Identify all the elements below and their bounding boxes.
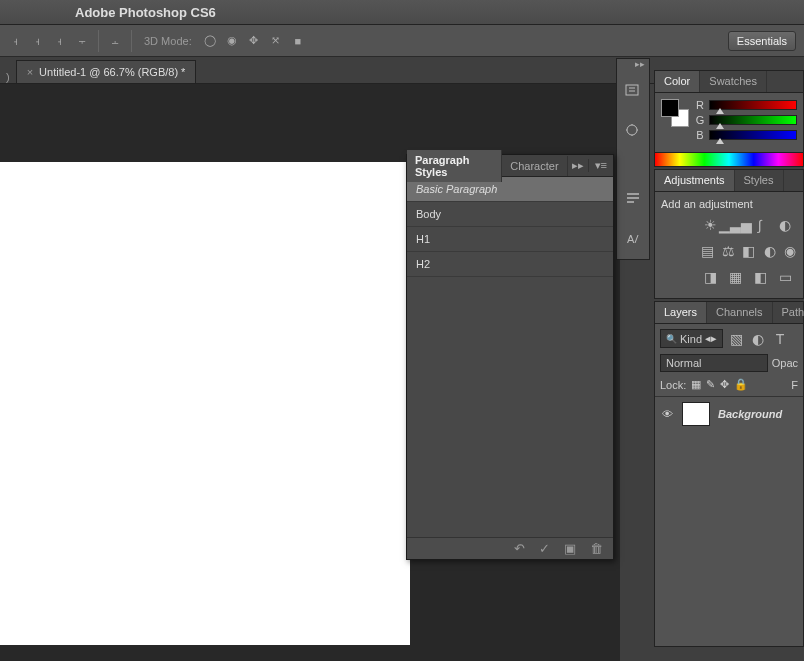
visibility-toggle-icon[interactable]: 👁 xyxy=(660,408,674,420)
svg-point-1 xyxy=(627,125,637,135)
tab-styles[interactable]: Styles xyxy=(735,170,784,191)
fg-bg-swatch[interactable] xyxy=(661,99,689,127)
layer-name[interactable]: Background xyxy=(718,408,782,420)
lock-label: Lock: xyxy=(660,379,686,391)
color-panel: Color Swatches R G B xyxy=(654,70,804,167)
document-canvas[interactable] xyxy=(0,162,410,645)
fill-label: F xyxy=(791,379,798,391)
tab-paths[interactable]: Paths xyxy=(773,302,804,323)
add-adjustment-label: Add an adjustment xyxy=(661,198,797,210)
document-tab-title: Untitled-1 @ 66.7% (RGB/8) * xyxy=(39,66,185,78)
svg-text:A: A xyxy=(627,233,635,245)
separator xyxy=(98,30,99,52)
separator xyxy=(131,30,132,52)
redefine-style-icon[interactable]: ✓ xyxy=(539,541,550,556)
adjustments-panel: Adjustments Styles Add an adjustment ☀ ▁… xyxy=(654,169,804,299)
align-left-icon[interactable]: ⫞ xyxy=(8,31,24,51)
blue-slider[interactable] xyxy=(709,130,797,140)
tab-swatches[interactable]: Swatches xyxy=(700,71,767,92)
layer-row[interactable]: 👁 Background xyxy=(655,397,803,431)
tab-adjustments[interactable]: Adjustments xyxy=(655,170,735,191)
paragraph-style-item[interactable]: H1 xyxy=(407,227,613,252)
svg-rect-0 xyxy=(626,85,638,95)
lock-all-icon[interactable]: 🔒 xyxy=(734,378,748,391)
hue-icon[interactable]: ⚖ xyxy=(722,242,736,260)
tab-paragraph-styles[interactable]: Paragraph Styles xyxy=(407,150,502,182)
pan-icon[interactable]: ✥ xyxy=(246,31,262,51)
character-panel-icon[interactable]: A xyxy=(619,225,647,253)
distribute-icon[interactable]: ⫠ xyxy=(107,31,123,51)
opacity-label: Opac xyxy=(772,357,798,369)
panel-menu-icon[interactable]: ▾≡ xyxy=(588,159,613,172)
3d-mode-label: 3D Mode: xyxy=(144,35,192,47)
r-label: R xyxy=(695,99,705,111)
curves-icon[interactable]: ∫ xyxy=(751,216,769,234)
g-label: G xyxy=(695,114,705,126)
tab-layers[interactable]: Layers xyxy=(655,302,707,323)
tab-close-prev[interactable]: ) xyxy=(0,71,16,83)
layer-list: 👁 Background xyxy=(655,396,803,431)
lock-pixels-icon[interactable]: ✎ xyxy=(706,378,715,391)
spectrum-ramp[interactable] xyxy=(655,152,803,166)
history-panel-icon[interactable] xyxy=(619,77,647,105)
align-center-h-icon[interactable]: ⫞ xyxy=(30,31,46,51)
document-tab[interactable]: × Untitled-1 @ 66.7% (RGB/8) * xyxy=(16,60,197,83)
right-panel-dock: Color Swatches R G B xyxy=(654,70,804,649)
bw-icon[interactable]: ◐ xyxy=(763,242,777,260)
brightness-icon[interactable]: ☀ xyxy=(701,216,719,234)
exposure-icon[interactable]: ◐ xyxy=(776,216,794,234)
roll-icon[interactable]: ◉ xyxy=(224,31,240,51)
options-bar: ⫞ ⫞ ⫞ ⫟ ⫠ 3D Mode: ◯ ◉ ✥ ⤧ ■ Essentials xyxy=(0,25,804,57)
levels-icon[interactable]: ▁▃▅ xyxy=(726,216,744,234)
new-style-icon[interactable]: ▣ xyxy=(564,541,576,556)
paragraph-style-item[interactable]: H2 xyxy=(407,252,613,277)
invert-icon[interactable]: ◨ xyxy=(701,268,719,286)
b-label: B xyxy=(695,129,705,141)
lock-position-icon[interactable]: ✥ xyxy=(720,378,729,391)
layer-thumbnail[interactable] xyxy=(682,402,710,426)
filter-type-icon[interactable]: T xyxy=(771,330,789,348)
paragraph-styles-panel[interactable]: Paragraph Styles Character ▸▸ ▾≡ Basic P… xyxy=(406,154,614,560)
close-icon[interactable]: × xyxy=(27,66,33,78)
app-title: Adobe Photoshop CS6 xyxy=(75,5,216,20)
lock-transparent-icon[interactable]: ▦ xyxy=(691,378,701,391)
tab-color[interactable]: Color xyxy=(655,71,700,92)
align-top-icon[interactable]: ⫟ xyxy=(74,31,90,51)
gradient-map-icon[interactable]: ▭ xyxy=(776,268,794,286)
color-balance-icon[interactable]: ◧ xyxy=(742,242,756,260)
filter-pixel-icon[interactable]: ▧ xyxy=(727,330,745,348)
layers-panel: Layers Channels Paths Kind ◂▸ ▧ ◐ T Norm… xyxy=(654,301,804,647)
foreground-color-swatch[interactable] xyxy=(661,99,679,117)
blend-mode-dropdown[interactable]: Normal xyxy=(660,354,768,372)
paragraph-style-item[interactable]: Body xyxy=(407,202,613,227)
photo-filter-icon[interactable]: ◉ xyxy=(783,242,797,260)
layer-filter-kind[interactable]: Kind ◂▸ xyxy=(660,329,723,348)
scale-icon[interactable]: ■ xyxy=(290,31,306,51)
collapse-panel-icon[interactable]: ▸▸ xyxy=(568,159,588,172)
tab-character-styles[interactable]: Character xyxy=(502,156,567,176)
orbit-icon[interactable]: ◯ xyxy=(202,31,218,51)
vibrance-icon[interactable]: ▤ xyxy=(701,242,715,260)
expand-dock-icon[interactable]: ▸▸ xyxy=(617,59,649,71)
threshold-icon[interactable]: ◧ xyxy=(751,268,769,286)
paragraph-style-list: Basic Paragraph Body H1 H2 xyxy=(407,177,613,537)
clear-override-icon[interactable]: ↶ xyxy=(514,541,525,556)
tab-channels[interactable]: Channels xyxy=(707,302,772,323)
collapsed-panel-dock: ▸▸ A xyxy=(616,58,650,260)
properties-panel-icon[interactable] xyxy=(619,117,647,145)
workspace-switcher[interactable]: Essentials xyxy=(728,31,796,51)
green-slider[interactable] xyxy=(709,115,797,125)
filter-adjust-icon[interactable]: ◐ xyxy=(749,330,767,348)
app-titlebar: Adobe Photoshop CS6 xyxy=(0,0,804,25)
slide-icon[interactable]: ⤧ xyxy=(268,31,284,51)
paragraph-panel-icon[interactable] xyxy=(619,185,647,213)
delete-style-icon[interactable]: 🗑 xyxy=(590,541,603,556)
posterize-icon[interactable]: ▦ xyxy=(726,268,744,286)
align-right-icon[interactable]: ⫞ xyxy=(52,31,68,51)
red-slider[interactable] xyxy=(709,100,797,110)
